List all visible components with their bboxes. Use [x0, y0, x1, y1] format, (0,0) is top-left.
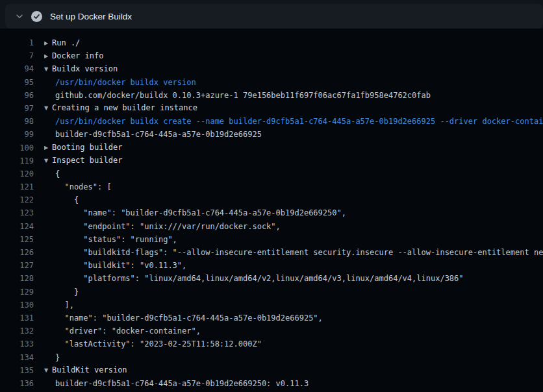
line-number[interactable]: 135: [0, 364, 34, 377]
line-number[interactable]: 98: [0, 115, 34, 128]
line-number[interactable]: 99: [0, 128, 34, 141]
log-line: 121 "nodes": [: [0, 180, 543, 193]
log-line: 136builder-d9cfb5a1-c764-445a-a57e-0b19d…: [0, 377, 543, 390]
group-collapsed-icon[interactable]: ▶: [44, 37, 52, 50]
group-title[interactable]: Run ./: [52, 38, 80, 47]
log-line: 131 "name": "builder-d9cfb5a1-c764-445a-…: [0, 312, 543, 325]
group-row-content[interactable]: ▶Run ./: [44, 36, 543, 49]
line-number[interactable]: 100: [0, 141, 34, 154]
line-number[interactable]: 132: [0, 325, 34, 337]
group-expanded-icon[interactable]: ▼: [44, 364, 52, 377]
step-header[interactable]: Set up Docker Buildx: [5, 4, 543, 29]
log-line: 133 "lastActivity": "2023-02-25T11:58:12…: [0, 337, 543, 350]
output-text: "name": "builder-d9cfb5a1-c764-445a-a57e…: [44, 312, 543, 325]
output-text: }: [44, 351, 543, 364]
group-title[interactable]: Buildx version: [52, 64, 118, 73]
line-number[interactable]: 95: [0, 76, 34, 89]
line-number[interactable]: 130: [0, 299, 34, 312]
command-text: /usr/bin/docker buildx version: [44, 76, 543, 89]
output-text: "endpoint": "unix:///var/run/docker.sock…: [44, 220, 543, 233]
log-line: 130 ],: [0, 299, 543, 312]
log-line[interactable]: 94▼Buildx version: [0, 62, 543, 75]
group-expanded-icon[interactable]: ▼: [44, 63, 52, 76]
log-line[interactable]: 97▼Creating a new builder instance: [0, 102, 543, 115]
line-number[interactable]: 122: [0, 193, 34, 206]
log-area[interactable]: 1▶Run ./7▶Docker info94▼Buildx version95…: [0, 29, 543, 392]
line-number[interactable]: 1: [0, 36, 34, 49]
output-text: builder-d9cfb5a1-c764-445a-a57e-0b19d2e6…: [44, 128, 543, 141]
group-row-content[interactable]: ▼Inspect builder: [44, 154, 543, 167]
line-number[interactable]: 131: [0, 312, 34, 325]
group-title[interactable]: Inspect builder: [52, 156, 122, 165]
log-line[interactable]: 135▼BuildKit version: [0, 364, 543, 377]
output-text: "driver": "docker-container",: [44, 325, 543, 337]
log-line[interactable]: 1▶Run ./: [0, 36, 543, 49]
output-text: ],: [44, 299, 543, 312]
group-row-content[interactable]: ▼BuildKit version: [44, 364, 543, 377]
output-text: github.com/docker/buildx 0.10.3+azure-1 …: [44, 89, 543, 102]
group-row-content[interactable]: ▶Docker info: [44, 49, 543, 62]
group-title[interactable]: Docker info: [52, 51, 103, 60]
check-circle-icon: [31, 11, 42, 22]
line-number[interactable]: 97: [0, 102, 34, 115]
log-line: 120{: [0, 167, 543, 180]
output-text: {: [44, 193, 543, 206]
group-row-content[interactable]: ▼Creating a new builder instance: [44, 102, 543, 115]
line-number[interactable]: 127: [0, 259, 34, 272]
log-line[interactable]: 119▼Inspect builder: [0, 154, 543, 167]
log-line[interactable]: 100▶Booting builder: [0, 141, 543, 154]
output-text: "name": "builder-d9cfb5a1-c764-445a-a57e…: [44, 206, 543, 219]
line-number[interactable]: 96: [0, 89, 34, 102]
group-expanded-icon[interactable]: ▼: [44, 154, 52, 167]
group-collapsed-icon[interactable]: ▶: [44, 141, 52, 154]
line-number[interactable]: 133: [0, 337, 34, 350]
log-line: 126 "buildkitd-flags": "--allow-insecure…: [0, 246, 543, 259]
line-number[interactable]: 119: [0, 154, 34, 167]
log-line: 95/usr/bin/docker buildx version: [0, 76, 543, 89]
output-text: "status": "running",: [44, 233, 543, 246]
group-expanded-icon[interactable]: ▼: [44, 102, 52, 115]
log-line: 127 "buildkit": "v0.11.3",: [0, 259, 543, 272]
log-line: 125 "status": "running",: [0, 233, 543, 246]
line-number[interactable]: 126: [0, 246, 34, 259]
group-row-content[interactable]: ▼Buildx version: [44, 62, 543, 75]
log-line: 98/usr/bin/docker buildx create --name b…: [0, 115, 543, 128]
line-number[interactable]: 120: [0, 167, 34, 180]
log-line: 129 }: [0, 286, 543, 299]
log-line: 96github.com/docker/buildx 0.10.3+azure-…: [0, 89, 543, 102]
log-line[interactable]: 7▶Docker info: [0, 49, 543, 62]
log-line: 122 {: [0, 193, 543, 206]
line-number[interactable]: 128: [0, 272, 34, 285]
line-number[interactable]: 124: [0, 220, 34, 233]
line-number[interactable]: 125: [0, 233, 34, 246]
step-title: Set up Docker Buildx: [50, 12, 132, 21]
output-text: "lastActivity": "2023-02-25T11:58:12.000…: [44, 337, 543, 350]
log-lines: 1▶Run ./7▶Docker info94▼Buildx version95…: [0, 36, 543, 390]
log-line: 99builder-d9cfb5a1-c764-445a-a57e-0b19d2…: [0, 128, 543, 141]
line-number[interactable]: 94: [0, 62, 34, 75]
group-title[interactable]: BuildKit version: [52, 365, 127, 374]
group-title[interactable]: Creating a new builder instance: [52, 103, 197, 112]
line-number[interactable]: 134: [0, 351, 34, 364]
output-text: }: [44, 286, 543, 299]
log-line: 132 "driver": "docker-container",: [0, 325, 543, 337]
output-text: "platforms": "linux/amd64,linux/amd64/v2…: [44, 272, 543, 285]
group-collapsed-icon[interactable]: ▶: [44, 50, 52, 63]
log-line: 128 "platforms": "linux/amd64,linux/amd6…: [0, 272, 543, 285]
line-number[interactable]: 129: [0, 286, 34, 299]
output-text: "nodes": [: [44, 180, 543, 193]
output-text: "buildkit": "v0.11.3",: [44, 259, 543, 272]
log-line: 134}: [0, 351, 543, 364]
line-number[interactable]: 136: [0, 377, 34, 390]
line-number[interactable]: 123: [0, 206, 34, 219]
group-title[interactable]: Booting builder: [52, 143, 122, 152]
output-text: {: [44, 167, 543, 180]
output-text: "buildkitd-flags": "--allow-insecure-ent…: [44, 246, 543, 259]
group-row-content[interactable]: ▶Booting builder: [44, 141, 543, 154]
command-text: /usr/bin/docker buildx create --name bui…: [44, 115, 543, 128]
log-line: 123 "name": "builder-d9cfb5a1-c764-445a-…: [0, 206, 543, 219]
chevron-down-icon[interactable]: [14, 11, 25, 21]
log-line: 124 "endpoint": "unix:///var/run/docker.…: [0, 220, 543, 233]
line-number[interactable]: 121: [0, 180, 34, 193]
line-number[interactable]: 7: [0, 49, 34, 62]
